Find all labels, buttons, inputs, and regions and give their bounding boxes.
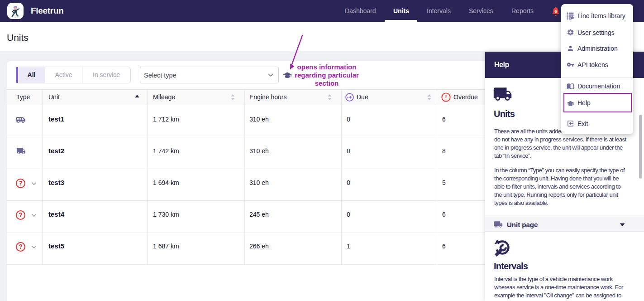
svg-text:6: 6	[554, 9, 557, 14]
